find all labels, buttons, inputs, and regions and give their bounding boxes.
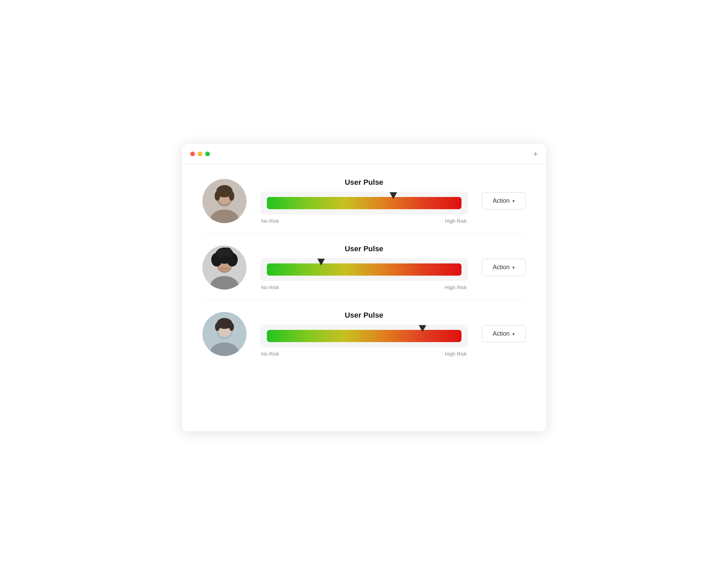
high-risk-label: High Risk: [445, 218, 467, 224]
no-risk-label: No Risk: [261, 218, 279, 224]
gauge-container: [260, 258, 468, 281]
titlebar: +: [182, 144, 546, 164]
chevron-down-icon: ▾: [512, 198, 515, 204]
gauge-bar: [267, 330, 461, 342]
no-risk-label: No Risk: [261, 284, 279, 290]
divider: [202, 300, 526, 301]
gauge-marker: [317, 259, 325, 265]
action-button[interactable]: Action ▾: [482, 259, 526, 276]
action-label: Action: [493, 330, 510, 337]
gauge-bar: [267, 197, 461, 209]
svg-point-22: [215, 323, 220, 331]
avatar: [202, 179, 247, 223]
pulse-section: User Pulse No Risk High Risk: [260, 178, 468, 224]
user-row: User Pulse No Risk High Risk Action ▾: [202, 311, 526, 357]
add-button[interactable]: +: [533, 150, 538, 158]
svg-point-6: [229, 191, 234, 201]
pulse-title: User Pulse: [260, 244, 468, 253]
chevron-down-icon: ▾: [512, 265, 515, 270]
gauge-container: [260, 192, 468, 215]
main-content: User Pulse No Risk High Risk Action ▾: [182, 164, 546, 370]
gauge-container: [260, 324, 468, 348]
high-risk-label: High Risk: [445, 284, 467, 290]
action-label: Action: [493, 264, 510, 271]
maximize-button[interactable]: [205, 152, 210, 156]
gauge-marker: [419, 325, 426, 332]
no-risk-label: No Risk: [261, 351, 279, 357]
divider: [202, 234, 526, 234]
chevron-down-icon: ▾: [512, 331, 515, 337]
avatar: [202, 245, 247, 290]
svg-point-15: [224, 247, 232, 257]
traffic-lights: [190, 152, 210, 156]
action-label: Action: [493, 197, 510, 204]
action-button[interactable]: Action ▾: [482, 325, 526, 342]
gauge-labels: No Risk High Risk: [260, 351, 468, 357]
user-row: User Pulse No Risk High Risk Action ▾: [202, 244, 526, 290]
pulse-section: User Pulse No Risk High Risk: [260, 244, 468, 290]
svg-point-23: [229, 323, 234, 331]
high-risk-label: High Risk: [445, 351, 467, 357]
user-row: User Pulse No Risk High Risk Action ▾: [202, 178, 526, 224]
app-window: + User Pulse: [182, 144, 546, 431]
gauge-labels: No Risk High Risk: [260, 218, 468, 224]
gauge-labels: No Risk High Risk: [260, 284, 468, 290]
minimize-button[interactable]: [198, 152, 202, 156]
gauge-marker: [390, 192, 397, 199]
pulse-title: User Pulse: [260, 178, 468, 187]
svg-point-5: [215, 191, 220, 201]
close-button[interactable]: [190, 152, 195, 156]
pulse-section: User Pulse No Risk High Risk: [260, 311, 468, 357]
pulse-title: User Pulse: [260, 311, 468, 320]
avatar: [202, 312, 247, 356]
action-button[interactable]: Action ▾: [482, 192, 526, 210]
gauge-bar: [267, 263, 461, 276]
